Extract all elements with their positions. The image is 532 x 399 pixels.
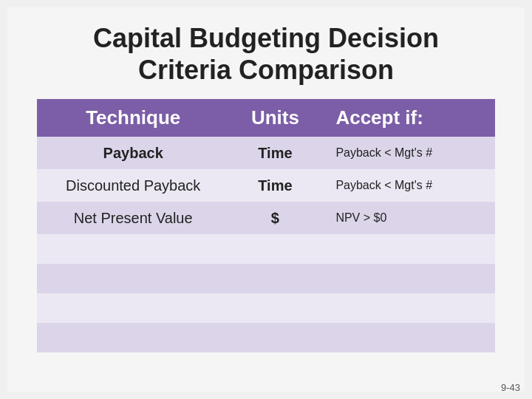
- accept-disc-payback: Payback < Mgt's #: [321, 169, 495, 202]
- table-wrapper: Technique Units Accept if: Payback Time …: [37, 99, 495, 352]
- table-row: Payback Time Payback < Mgt's #: [37, 137, 495, 169]
- accept-empty-4: [321, 323, 495, 352]
- col-header-accept: Accept if:: [321, 99, 495, 137]
- units-empty-2: [229, 264, 321, 293]
- title-area: Capital Budgeting Decision Criteria Comp…: [37, 22, 495, 86]
- technique-empty-2: [37, 264, 229, 293]
- table-row-empty: [37, 323, 495, 352]
- table-header-row: Technique Units Accept if:: [37, 99, 495, 137]
- col-header-technique: Technique: [37, 99, 229, 137]
- technique-payback: Payback: [37, 137, 229, 169]
- accept-payback: Payback < Mgt's #: [321, 137, 495, 169]
- units-empty-3: [229, 293, 321, 323]
- slide-number: 9-43: [501, 382, 520, 393]
- table-row-empty: [37, 264, 495, 293]
- accept-empty-1: [321, 234, 495, 264]
- technique-npv: Net Present Value: [37, 202, 229, 234]
- units-empty-1: [229, 234, 321, 264]
- units-empty-4: [229, 323, 321, 352]
- technique-empty-3: [37, 293, 229, 323]
- accept-empty-2: [321, 264, 495, 293]
- accept-npv: NPV > $0: [321, 202, 495, 234]
- units-disc-payback: Time: [229, 169, 321, 202]
- table-row: Discounted Payback Time Payback < Mgt's …: [37, 169, 495, 202]
- technique-empty-4: [37, 323, 229, 352]
- technique-empty-1: [37, 234, 229, 264]
- table-row-empty: [37, 293, 495, 323]
- slide-title: Capital Budgeting Decision Criteria Comp…: [37, 22, 495, 86]
- table-row-empty: [37, 234, 495, 264]
- criteria-table: Technique Units Accept if: Payback Time …: [37, 99, 495, 352]
- title-line2: Criteria Comparison: [138, 55, 394, 85]
- units-npv: $: [229, 202, 321, 234]
- table-row: Net Present Value $ NPV > $0: [37, 202, 495, 234]
- technique-disc-payback: Discounted Payback: [37, 169, 229, 202]
- col-header-units: Units: [229, 99, 321, 137]
- units-payback: Time: [229, 137, 321, 169]
- title-line1: Capital Budgeting Decision: [93, 23, 439, 53]
- accept-empty-3: [321, 293, 495, 323]
- slide-container: Capital Budgeting Decision Criteria Comp…: [7, 7, 525, 392]
